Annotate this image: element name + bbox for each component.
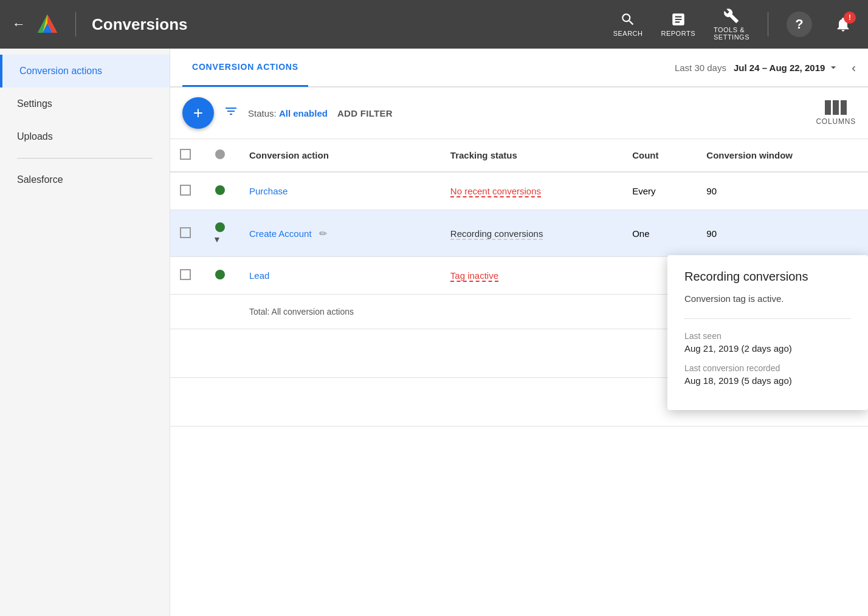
search-nav-button[interactable]: SEARCH xyxy=(613,12,643,37)
purchase-link[interactable]: Purchase xyxy=(249,186,288,196)
tab-conversion-actions[interactable]: CONVERSION ACTIONS xyxy=(182,49,308,87)
sidebar-item-settings[interactable]: Settings xyxy=(0,87,170,120)
create-account-checkbox[interactable] xyxy=(180,227,191,238)
total-label-cell: Total: All conversion actions xyxy=(239,295,441,329)
create-account-name-cell: Create Account ✏ xyxy=(239,210,441,257)
date-dropdown[interactable]: Jul 24 – Aug 22, 2019 xyxy=(734,61,839,74)
lead-name-cell: Lead xyxy=(239,257,441,295)
sidebar-item-salesforce[interactable]: Salesforce xyxy=(0,163,170,196)
lead-checkbox-cell xyxy=(170,257,201,295)
lead-tracking-cell: Tag inactive xyxy=(441,257,622,295)
date-range-value: Jul 24 – Aug 22, 2019 xyxy=(734,63,825,73)
help-button[interactable]: ? xyxy=(787,12,812,37)
sidebar: Conversion actions Settings Uploads Sale… xyxy=(0,49,170,616)
tooltip-divider xyxy=(684,318,851,319)
col-tracking-status: Tracking status xyxy=(441,139,622,172)
date-range: Last 30 days Jul 24 – Aug 22, 2019 ‹ xyxy=(675,61,856,75)
main-content: CONVERSION ACTIONS Last 30 days Jul 24 –… xyxy=(170,49,868,616)
purchase-checkbox-cell xyxy=(170,172,201,210)
purchase-name-cell: Purchase xyxy=(239,172,441,210)
toolbar: + Status: All enabled ADD FILTER COLUMNS xyxy=(170,87,868,139)
total-checkbox-cell xyxy=(170,295,201,329)
tooltip-last-conversion-value: Aug 18, 2019 (5 days ago) xyxy=(684,375,851,386)
table-header-row: Conversion action Tracking status Count … xyxy=(170,139,868,172)
columns-icon xyxy=(825,100,847,115)
google-logo xyxy=(35,12,60,36)
purchase-count-cell: Every xyxy=(622,172,697,210)
header-divider xyxy=(75,12,76,36)
notification-badge: ! xyxy=(844,12,856,24)
lead-checkbox[interactable] xyxy=(180,269,191,280)
table-row: ▼ Create Account ✏ Recording conversions… xyxy=(170,210,868,257)
total-status-cell xyxy=(201,295,239,329)
purchase-window-cell: 90 xyxy=(697,172,868,210)
sidebar-divider xyxy=(17,158,153,159)
reports-nav-button[interactable]: REPORTS xyxy=(661,12,695,37)
add-button[interactable]: + xyxy=(182,97,214,129)
lead-status-cell xyxy=(201,257,239,295)
table-row: Purchase No recent conversions Every 90 xyxy=(170,172,868,210)
tooltip-description: Conversion tag is active. xyxy=(684,292,851,306)
filter-value: All enabled xyxy=(279,108,328,118)
create-account-window-cell: 90 xyxy=(697,210,868,257)
lead-tracking-status[interactable]: Tag inactive xyxy=(450,270,498,282)
create-account-status-dot xyxy=(215,222,225,232)
create-account-tracking-status[interactable]: Recording conversions xyxy=(450,228,543,240)
notification-button[interactable]: ! xyxy=(830,12,856,37)
purchase-status-cell xyxy=(201,172,239,210)
reports-label: REPORTS xyxy=(661,30,695,37)
col-conversion-action: Conversion action xyxy=(239,139,441,172)
header-actions: SEARCH REPORTS TOOLS &SETTINGS ? ! xyxy=(613,8,856,41)
filter-icon[interactable] xyxy=(224,104,238,122)
back-button[interactable]: ← xyxy=(12,16,26,32)
purchase-tracking-status[interactable]: No recent conversions xyxy=(450,186,541,197)
date-range-label: Last 30 days xyxy=(675,63,726,73)
col-conversion-window: Conversion window xyxy=(697,139,868,172)
tooltip-last-seen-label: Last seen xyxy=(684,331,851,341)
create-account-link[interactable]: Create Account xyxy=(249,228,312,239)
create-account-dropdown[interactable]: ▼ xyxy=(213,234,221,244)
tooltip-title: Recording conversions xyxy=(684,270,851,284)
create-account-tracking-cell: Recording conversions xyxy=(441,210,622,257)
header: ← Conversions SEARCH REPORTS TOOLS &SETT… xyxy=(0,0,868,49)
col-count: Count xyxy=(622,139,697,172)
columns-button[interactable]: COLUMNS xyxy=(816,100,856,126)
total-tracking-cell xyxy=(441,295,622,329)
layout: Conversion actions Settings Uploads Sale… xyxy=(0,49,868,616)
tools-nav-button[interactable]: TOOLS &SETTINGS xyxy=(714,8,749,41)
page-title: Conversions xyxy=(92,15,604,34)
create-account-checkbox-cell xyxy=(170,210,201,257)
filter-status: Status: All enabled xyxy=(248,108,328,118)
purchase-status-dot xyxy=(215,185,225,195)
columns-label: COLUMNS xyxy=(816,117,856,126)
col-checkbox xyxy=(170,139,201,172)
search-label: SEARCH xyxy=(613,30,643,37)
select-all-checkbox[interactable] xyxy=(180,149,191,160)
add-filter-button[interactable]: ADD FILTER xyxy=(337,108,393,118)
edit-icon[interactable]: ✏ xyxy=(319,228,327,239)
lead-status-dot xyxy=(215,270,225,279)
sidebar-item-uploads[interactable]: Uploads xyxy=(0,120,170,153)
tabs-bar: CONVERSION ACTIONS Last 30 days Jul 24 –… xyxy=(170,49,868,87)
tooltip-last-conversion-label: Last conversion recorded xyxy=(684,363,851,373)
col-status-dot xyxy=(201,139,239,172)
tooltip-last-seen-value: Aug 21, 2019 (2 days ago) xyxy=(684,343,851,354)
purchase-tracking-cell: No recent conversions xyxy=(441,172,622,210)
sidebar-item-conversion-actions[interactable]: Conversion actions xyxy=(0,55,170,87)
header-status-dot xyxy=(215,149,225,159)
tools-label: TOOLS &SETTINGS xyxy=(714,26,749,41)
collapse-button[interactable]: ‹ xyxy=(852,61,856,75)
lead-link[interactable]: Lead xyxy=(249,270,269,281)
tooltip-popup: Recording conversions Conversion tag is … xyxy=(667,255,868,410)
purchase-checkbox[interactable] xyxy=(180,185,191,196)
create-account-count-cell: One xyxy=(622,210,697,257)
create-account-status-cell: ▼ xyxy=(201,210,239,257)
header-icon-divider xyxy=(768,12,768,36)
